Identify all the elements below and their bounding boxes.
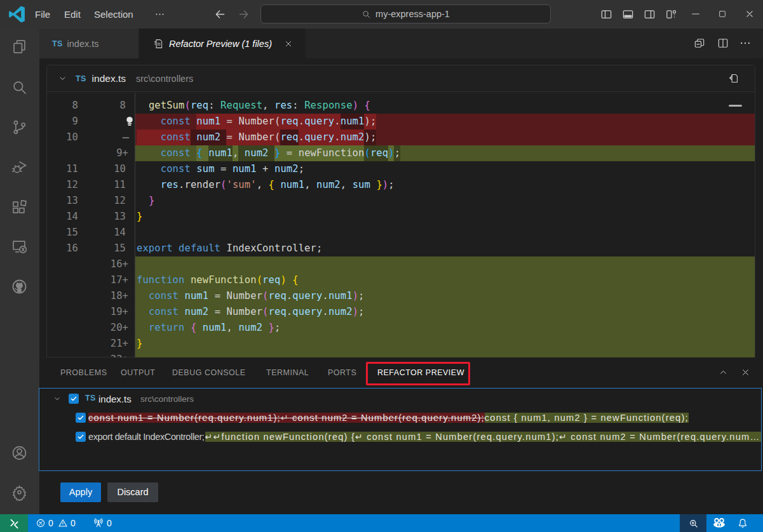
nav-back-icon[interactable]: [213, 8, 227, 21]
toggle-primary-sidebar-icon[interactable]: [600, 8, 612, 20]
code-line-content: export default IndexController;: [135, 241, 755, 256]
chevron-down-icon[interactable]: [58, 74, 67, 83]
panel-maximize-icon[interactable]: [718, 367, 729, 378]
quick-fix-lightbulb-icon[interactable]: [123, 114, 134, 130]
menu-file[interactable]: File: [35, 0, 50, 29]
discard-button[interactable]: Discard: [107, 482, 158, 502]
tree-change-row[interactable]: const num1 = Number(req.query.num1);↵ co…: [39, 408, 761, 427]
window-minimize-button[interactable]: [690, 8, 701, 20]
activity-accounts-icon[interactable]: [11, 444, 28, 462]
toggle-panel-icon[interactable]: [622, 8, 634, 20]
goto-file-icon[interactable]: [727, 72, 739, 84]
status-tower-item[interactable]: 0: [93, 514, 112, 532]
code-line-content: [135, 352, 755, 357]
toggle-secondary-sidebar-icon[interactable]: [644, 8, 656, 20]
diff-line-removed: 10 const num2 = Number(req.query.num2);: [47, 130, 755, 145]
code-line-content: function newFunction(req) {: [135, 272, 755, 288]
diff-file-path: src\controllers: [136, 74, 193, 84]
line-number-modified: 8: [78, 98, 128, 114]
code-line-content: return { num1, num2 };: [135, 320, 755, 336]
activity-explorer-icon[interactable]: [11, 38, 28, 55]
line-number-original: 15: [47, 225, 78, 241]
panel-tab-terminal[interactable]: TERMINAL: [266, 359, 309, 387]
diff-file-header[interactable]: TS index.ts src\controllers: [47, 65, 755, 92]
line-number-modified: 9+: [78, 145, 128, 161]
code-line-content: getSum(req: Request, res: Response) {: [135, 98, 755, 114]
panel-tab-output[interactable]: OUTPUT: [121, 359, 155, 387]
window-close-button[interactable]: [744, 8, 755, 20]
code-line-content: const num2 = Number(req.query.num2);: [135, 130, 755, 145]
line-number-original: 9: [47, 114, 78, 130]
window-maximize-button[interactable]: [717, 9, 727, 19]
panel-close-icon[interactable]: [740, 367, 751, 378]
zoom-status-item[interactable]: [680, 514, 706, 532]
diff-line-added: 21+}: [47, 336, 755, 352]
activity-source-control-icon[interactable]: [11, 119, 28, 136]
activity-search-icon[interactable]: [11, 79, 28, 96]
line-number-modified: 13: [78, 209, 128, 225]
panel-tab-ports[interactable]: PORTS: [328, 359, 356, 387]
code-line-content: const sum = num1 + num2;: [135, 161, 755, 177]
diff-file-name: index.ts: [92, 73, 126, 84]
tree-change-row[interactable]: export default IndexController;↵↵functio…: [39, 427, 761, 446]
command-center-search[interactable]: my-express-app-1: [260, 4, 551, 23]
line-number-original: 14: [47, 209, 78, 225]
menu-selection[interactable]: Selection: [94, 0, 133, 29]
remote-indicator[interactable]: [0, 514, 28, 532]
removed-code-text: const num1 = Number(req.query.num1);↵ co…: [88, 413, 485, 423]
change-checkbox[interactable]: [69, 394, 79, 404]
chevron-down-icon[interactable]: [53, 394, 62, 403]
line-number-modified: 17+: [78, 272, 128, 288]
code-line-content: const num1 = Number(req.query.num1);: [135, 288, 755, 304]
line-number-original: 16: [47, 241, 78, 256]
change-checkbox[interactable]: [76, 432, 86, 442]
activity-run-and-debug-icon[interactable]: [11, 159, 28, 176]
panel-tab-problems[interactable]: PROBLEMS: [60, 359, 107, 387]
activity-remote-explorer-icon[interactable]: [11, 238, 28, 255]
line-number-modified: 18+: [78, 288, 128, 304]
copilot-icon[interactable]: [712, 514, 726, 532]
status-error-item[interactable]: 0: [36, 514, 53, 532]
tree-file-path: src\controllers: [140, 394, 194, 404]
collapse-region-dash-icon[interactable]: [729, 105, 742, 107]
diff-code[interactable]: 7788 getSum(req: Request, res: Response)…: [47, 93, 755, 357]
diff-line: 1514: [47, 225, 755, 241]
bottom-panel: PROBLEMSOUTPUTDEBUG CONSOLETERMINALPORTS…: [39, 359, 763, 514]
code-line-content: }: [135, 336, 755, 352]
split-editor-icon[interactable]: [717, 37, 729, 50]
open-changes-icon[interactable]: [693, 37, 706, 50]
line-number-modified: 10: [78, 161, 128, 177]
tab-close-icon[interactable]: [283, 39, 294, 49]
line-number-original: 13: [47, 193, 78, 209]
activity-github-icon[interactable]: [11, 278, 28, 295]
menu-edit[interactable]: Edit: [64, 0, 81, 29]
diff-line: 88 getSum(req: Request, res: Response) {: [47, 98, 755, 114]
editor-tab-bar: TS index.ts Refactor Preview (1 files): [39, 29, 763, 58]
notifications-bell-icon[interactable]: [737, 514, 748, 532]
nav-forward-icon[interactable]: [237, 8, 250, 21]
more-actions-icon[interactable]: [739, 37, 752, 50]
tree-file-name: index.ts: [98, 394, 132, 404]
status-warning-item[interactable]: 0: [58, 514, 76, 532]
diff-line-added: 19+ const num2 = Number(req.query.num2);: [47, 304, 755, 320]
activity-settings-icon[interactable]: [11, 484, 28, 501]
activity-bar: [0, 29, 39, 514]
ts-file-icon: TS: [85, 394, 96, 402]
menu-more-icon[interactable]: [154, 9, 165, 20]
activity-extensions-icon[interactable]: [11, 199, 28, 216]
code-line-content: [135, 256, 755, 272]
diff-line: 77: [47, 93, 755, 98]
line-number-modified: 12: [78, 193, 128, 209]
refactor-preview-tree[interactable]: TSindex.tssrc\controllersconst num1 = Nu…: [39, 388, 762, 471]
tab-refactor-preview[interactable]: Refactor Preview (1 files): [139, 29, 306, 58]
vscode-logo-icon[interactable]: [8, 6, 25, 23]
line-number-modified: 7: [78, 93, 128, 98]
tree-file-row[interactable]: TSindex.tssrc\controllers: [39, 389, 761, 408]
panel-tab-debug-console[interactable]: DEBUG CONSOLE: [172, 359, 246, 387]
apply-button[interactable]: Apply: [60, 482, 101, 502]
code-line-content: [135, 225, 755, 241]
tab-index-ts[interactable]: TS index.ts: [39, 29, 138, 58]
diff-line: 1211 res.render('sum', { num1, num2, sum…: [47, 177, 755, 193]
customize-layout-icon[interactable]: [665, 8, 677, 20]
change-checkbox[interactable]: [76, 413, 86, 423]
